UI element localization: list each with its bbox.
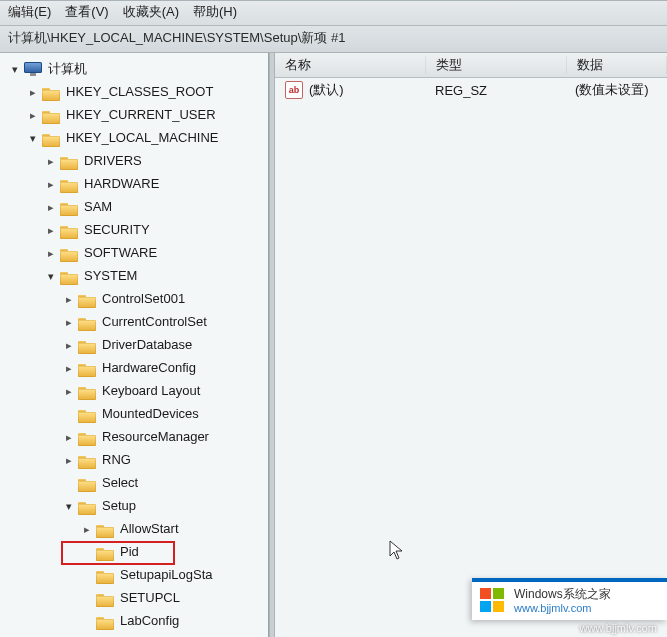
twisty-icon[interactable]	[44, 177, 58, 191]
folder-icon	[78, 476, 96, 490]
value-row-default[interactable]: (默认) REG_SZ (数值未设置)	[275, 78, 667, 102]
value-data: (数值未设置)	[565, 81, 667, 99]
folder-icon	[42, 85, 60, 99]
tree-item-labconfig[interactable]: LabConfig	[4, 609, 268, 632]
tree-label: AllowStart	[120, 518, 179, 540]
tree-item-setupapilogsta[interactable]: SetupapiLogSta	[4, 563, 268, 586]
watermark-text: Windows系统之家 www.bjjmlv.com	[514, 587, 611, 615]
tree-label: MountedDevices	[102, 403, 199, 425]
tree-item-currentcontrolset[interactable]: CurrentControlSet	[4, 310, 268, 333]
tree-item-driverdatabase[interactable]: DriverDatabase	[4, 333, 268, 356]
folder-icon	[96, 545, 114, 559]
url-watermark: www.bjjmlv.com	[580, 622, 657, 634]
tree-label: Keyboard Layout	[102, 380, 200, 402]
value-name: (默认)	[309, 81, 344, 99]
tree-item-setupcl[interactable]: SETUPCL	[4, 586, 268, 609]
body: 计算机 HKEY_CLASSES_ROOT HKEY_CURRENT_USER …	[0, 53, 667, 637]
tree-item-hklm[interactable]: HKEY_LOCAL_MACHINE	[4, 126, 268, 149]
folder-icon	[60, 246, 78, 260]
tree-item-hkcu[interactable]: HKEY_CURRENT_USER	[4, 103, 268, 126]
tree-label: DRIVERS	[84, 150, 142, 172]
value-pane[interactable]: 名称 类型 数据 (默认) REG_SZ (数值未设置)	[275, 53, 667, 637]
folder-icon	[96, 614, 114, 628]
watermark-url: www.bjjmlv.com	[514, 602, 611, 615]
twisty-icon[interactable]	[62, 338, 76, 352]
menu-help[interactable]: 帮助(H)	[193, 3, 237, 25]
tree-item-software[interactable]: SOFTWARE	[4, 241, 268, 264]
tree-root-computer[interactable]: 计算机	[4, 57, 268, 80]
col-type[interactable]: 类型	[426, 56, 567, 74]
mouse-cursor-icon	[389, 540, 405, 562]
folder-icon	[78, 361, 96, 375]
folder-icon	[42, 131, 60, 145]
tree-label: RNG	[102, 449, 131, 471]
twisty-icon[interactable]	[62, 292, 76, 306]
tree-label: SOFTWARE	[84, 242, 157, 264]
twisty-icon[interactable]	[62, 361, 76, 375]
folder-icon	[60, 177, 78, 191]
twisty-icon[interactable]	[44, 223, 58, 237]
twisty-icon[interactable]	[8, 62, 22, 76]
twisty-icon[interactable]	[26, 108, 40, 122]
menu-view[interactable]: 查看(V)	[65, 3, 108, 25]
tree-item-select[interactable]: Select	[4, 471, 268, 494]
regedit-window: 编辑(E) 查看(V) 收藏夹(A) 帮助(H) 计算机\HKEY_LOCAL_…	[0, 0, 667, 637]
tree-item-sam[interactable]: SAM	[4, 195, 268, 218]
registry-tree: 计算机 HKEY_CLASSES_ROOT HKEY_CURRENT_USER …	[0, 53, 268, 636]
folder-icon	[60, 223, 78, 237]
twisty-icon[interactable]	[44, 269, 58, 283]
folder-icon	[96, 568, 114, 582]
tree-item-mounteddevices[interactable]: MountedDevices	[4, 402, 268, 425]
twisty-icon[interactable]	[26, 131, 40, 145]
twisty-icon	[62, 407, 76, 421]
folder-icon	[42, 108, 60, 122]
twisty-icon[interactable]	[44, 200, 58, 214]
tree-item-drivers[interactable]: DRIVERS	[4, 149, 268, 172]
addressbar[interactable]: 计算机\HKEY_LOCAL_MACHINE\SYSTEM\Setup\新项 #…	[0, 26, 667, 53]
tree-item-hardwareconfig[interactable]: HardwareConfig	[4, 356, 268, 379]
folder-icon	[60, 269, 78, 283]
menu-edit[interactable]: 编辑(E)	[8, 3, 51, 25]
tree-label: Pid	[120, 541, 139, 563]
tree-item-hardware[interactable]: HARDWARE	[4, 172, 268, 195]
twisty-icon	[80, 591, 94, 605]
tree-item-security[interactable]: SECURITY	[4, 218, 268, 241]
twisty-icon[interactable]	[62, 315, 76, 329]
col-data[interactable]: 数据	[567, 56, 667, 74]
twisty-icon	[80, 545, 94, 559]
folder-icon	[78, 453, 96, 467]
tree-item-system[interactable]: SYSTEM	[4, 264, 268, 287]
tree-label: HKEY_CURRENT_USER	[66, 104, 216, 126]
tree-item-setup[interactable]: Setup	[4, 494, 268, 517]
tree-label: Setup	[102, 495, 136, 517]
tree-item-hkcr[interactable]: HKEY_CLASSES_ROOT	[4, 80, 268, 103]
column-headers: 名称 类型 数据	[275, 53, 667, 78]
watermark-box: Windows系统之家 www.bjjmlv.com	[472, 578, 667, 620]
tree-item-allowstart[interactable]: AllowStart	[4, 517, 268, 540]
value-type: REG_SZ	[425, 83, 565, 98]
tree-label: SetupapiLogSta	[120, 564, 213, 586]
tree-pane[interactable]: 计算机 HKEY_CLASSES_ROOT HKEY_CURRENT_USER …	[0, 53, 269, 637]
menu-favorites[interactable]: 收藏夹(A)	[123, 3, 179, 25]
twisty-icon[interactable]	[62, 384, 76, 398]
twisty-icon[interactable]	[44, 246, 58, 260]
tree-item-controlset001[interactable]: ControlSet001	[4, 287, 268, 310]
watermark-title: Windows系统之家	[514, 587, 611, 601]
tree-label: SETUPCL	[120, 587, 180, 609]
twisty-icon[interactable]	[62, 453, 76, 467]
twisty-icon[interactable]	[26, 85, 40, 99]
twisty-icon[interactable]	[80, 522, 94, 536]
twisty-icon	[80, 568, 94, 582]
tree-label: ResourceManager	[102, 426, 209, 448]
tree-label: HKEY_CLASSES_ROOT	[66, 81, 213, 103]
col-name[interactable]: 名称	[275, 56, 426, 74]
twisty-icon[interactable]	[44, 154, 58, 168]
tree-item-rng[interactable]: RNG	[4, 448, 268, 471]
twisty-icon[interactable]	[62, 430, 76, 444]
tree-item-keyboardlayout[interactable]: Keyboard Layout	[4, 379, 268, 402]
folder-icon	[96, 591, 114, 605]
tree-item-resourcemanager[interactable]: ResourceManager	[4, 425, 268, 448]
tree-label: LabConfig	[120, 610, 179, 632]
twisty-icon[interactable]	[62, 499, 76, 513]
tree-item-pid[interactable]: Pid	[4, 540, 268, 563]
